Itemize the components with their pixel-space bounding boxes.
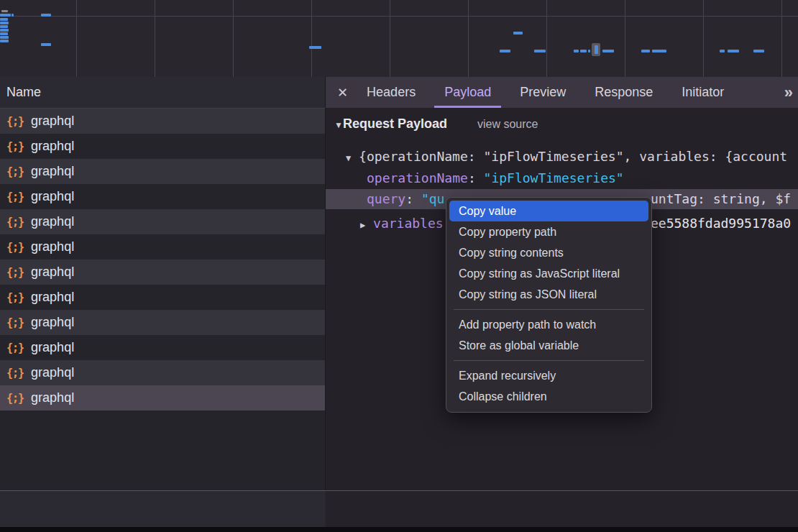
menu-item-copy-string-contents[interactable]: Copy string contents	[449, 242, 648, 263]
grid-line	[0, 16, 798, 17]
property-value-start: "qu	[421, 191, 445, 206]
request-row[interactable]: {;}graphql	[0, 385, 325, 411]
close-icon[interactable]: ✕	[326, 86, 348, 99]
request-name-label: graphql	[31, 239, 74, 254]
request-timing-bar[interactable]	[12, 14, 14, 17]
request-name-label: graphql	[31, 214, 74, 229]
request-row[interactable]: {;}graphql	[0, 310, 325, 335]
request-row[interactable]: {;}graphql	[0, 260, 325, 285]
request-row[interactable]: {;}graphql	[0, 335, 325, 360]
request-name-label: graphql	[31, 114, 74, 129]
grid-line	[76, 0, 77, 77]
grid-line	[546, 0, 547, 77]
request-name-label: graphql	[31, 139, 74, 154]
tab-preview[interactable]: Preview	[510, 77, 576, 108]
tree-row-operation-name[interactable]: operationName: "ipFlowTimeseries"	[367, 170, 624, 185]
tab-response[interactable]: Response	[584, 77, 663, 108]
request-timing-bar[interactable]	[0, 25, 8, 28]
detail-tabs: HeadersPayloadPreviewResponseInitiator	[357, 77, 743, 108]
json-braces-icon: {;}	[6, 367, 24, 380]
request-timing-bar[interactable]	[580, 50, 587, 52]
grid-line	[155, 0, 155, 77]
request-timing-bar[interactable]	[588, 50, 590, 52]
request-name-label: graphql	[31, 164, 74, 179]
context-menu-group-watch: Add property path to watch Store as glob…	[446, 314, 651, 356]
tree-root-row[interactable]: ▼ {operationName: "ipFlowTimeseries", va…	[346, 149, 787, 164]
root-preview-text: {operationName: "ipFlowTimeseries", vari…	[359, 149, 787, 164]
request-timing-bar[interactable]	[574, 50, 579, 52]
request-name-label: graphql	[31, 365, 74, 380]
menu-item-expand-recursively[interactable]: Expand recursively	[449, 365, 648, 386]
request-name-label: graphql	[31, 340, 74, 355]
request-row[interactable]: {;}graphql	[0, 184, 325, 209]
request-timing-bar[interactable]	[41, 43, 51, 46]
section-expand-icon[interactable]: ▼	[334, 120, 343, 130]
request-row[interactable]: {;}graphql	[0, 134, 325, 159]
menu-item-add-property-path-to-watch[interactable]: Add property path to watch	[449, 314, 648, 335]
tab-payload[interactable]: Payload	[434, 77, 501, 108]
tab-headers[interactable]: Headers	[357, 77, 426, 108]
request-timing-bar[interactable]	[0, 14, 11, 17]
json-braces-icon: {;}	[6, 241, 24, 254]
request-timing-bar[interactable]	[728, 50, 739, 52]
devtools-window: Name {;}graphql{;}graphql{;}graphql{;}gr…	[0, 0, 798, 532]
menu-item-copy-value[interactable]: Copy value	[449, 201, 648, 221]
key-separator: :	[405, 191, 421, 206]
request-row[interactable]: {;}graphql	[0, 209, 325, 234]
request-timing-bar[interactable]	[753, 50, 764, 52]
json-braces-icon: {;}	[6, 266, 24, 279]
request-timing-bar[interactable]	[720, 50, 725, 52]
request-timing-bar[interactable]	[500, 50, 510, 52]
request-name-label: graphql	[31, 390, 74, 405]
root-expand-icon[interactable]: ▼	[346, 153, 351, 163]
request-timing-bar[interactable]	[0, 36, 9, 39]
request-row[interactable]: {;}graphql	[0, 234, 325, 260]
request-timing-bar[interactable]	[309, 46, 321, 49]
request-timing-bar[interactable]	[0, 40, 9, 42]
request-row[interactable]: {;}graphql	[0, 285, 325, 310]
context-menu-group-expand: Expand recursively Collapse children	[446, 365, 651, 407]
request-timing-bar[interactable]	[0, 32, 8, 35]
request-row[interactable]: {;}graphql	[0, 360, 325, 385]
detail-tabbar: ✕ HeadersPayloadPreviewResponseInitiator…	[326, 77, 798, 108]
request-timing-bar[interactable]	[0, 29, 9, 32]
tab-initiator[interactable]: Initiator	[671, 77, 734, 108]
json-braces-icon: {;}	[6, 316, 24, 329]
request-timing-bar[interactable]	[652, 50, 666, 52]
menu-item-store-as-global-variable[interactable]: Store as global variable	[449, 335, 648, 356]
variables-collapse-icon[interactable]: ▶	[360, 220, 365, 230]
request-timing-bar[interactable]	[0, 22, 9, 24]
menu-item-collapse-children[interactable]: Collapse children	[449, 386, 648, 407]
window-bottom-edge	[0, 527, 798, 532]
menu-item-copy-string-js-literal[interactable]: Copy string as JavaScript literal	[449, 263, 648, 284]
request-timing-bar[interactable]	[534, 50, 546, 52]
request-list-panel: Name {;}graphql{;}graphql{;}graphql{;}gr…	[0, 77, 325, 491]
request-row[interactable]: {;}graphql	[0, 159, 325, 184]
context-menu: Copy value Copy property path Copy strin…	[446, 197, 652, 413]
property-key: query	[367, 191, 405, 206]
request-row[interactable]: {;}graphql	[0, 109, 325, 134]
request-timing-bar[interactable]	[1, 10, 8, 12]
request-timing-bar[interactable]	[602, 50, 614, 52]
json-braces-icon: {;}	[6, 291, 24, 304]
request-payload-section: ▼Request Payloadview source	[334, 116, 538, 132]
menu-item-copy-string-json-literal[interactable]: Copy string as JSON literal	[449, 284, 648, 305]
request-timing-bar[interactable]	[641, 50, 650, 52]
query-value-fragment: untTag: string, $f	[651, 191, 791, 206]
name-column-header[interactable]: Name	[0, 77, 325, 109]
request-timing-bar[interactable]	[41, 14, 51, 17]
view-source-link[interactable]: view source	[477, 118, 538, 130]
grid-line	[311, 0, 312, 77]
json-braces-icon: {;}	[6, 392, 24, 405]
tree-row-query[interactable]: query: "qu	[367, 191, 444, 206]
menu-item-copy-property-path[interactable]: Copy property path	[449, 221, 648, 242]
network-overview-waterfall[interactable]	[0, 0, 798, 78]
section-title: Request Payload	[343, 116, 447, 131]
request-timing-bar[interactable]	[513, 32, 523, 35]
more-tabs-icon[interactable]: »	[777, 83, 798, 102]
request-name-label: graphql	[31, 265, 74, 280]
property-key: variables	[373, 216, 444, 231]
tree-row-variables[interactable]: ▶ variables	[360, 216, 444, 231]
request-timing-bar[interactable]	[0, 18, 8, 21]
property-key: operationName	[367, 170, 468, 185]
